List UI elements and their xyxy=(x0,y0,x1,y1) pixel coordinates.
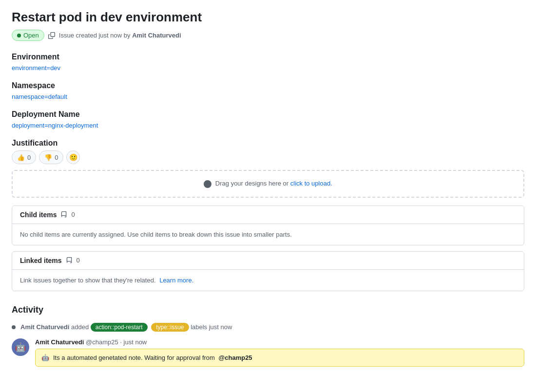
comment-meta: Amit Chaturvedi @champ25 · just now xyxy=(35,338,524,346)
child-items-body: No child items are currently assigned. U… xyxy=(12,224,524,245)
comment-block: 🤖 Amit Chaturvedi @champ25 · just now 🤖 … xyxy=(12,338,524,367)
status-label: Open xyxy=(23,32,39,39)
child-items-header: Child items 0 xyxy=(12,206,524,224)
thumbs-down-icon: 👎 xyxy=(44,154,52,161)
activity-item: Amit Chaturvedi added action::pod-restar… xyxy=(12,323,524,332)
namespace-section: Namespace namespace=default xyxy=(12,81,524,100)
label-action-badge: action::pod-restart xyxy=(91,323,148,332)
linked-items-body: Link issues together to show that they'r… xyxy=(12,270,524,291)
linked-items-label: Linked items xyxy=(20,257,62,264)
thumbs-down-button[interactable]: 👎 0 xyxy=(39,150,63,164)
namespace-label: Namespace xyxy=(12,81,524,90)
child-items-label: Child items xyxy=(20,211,57,219)
upload-link[interactable]: click to upload. xyxy=(290,180,332,187)
avatar-emoji: 🤖 xyxy=(15,342,26,353)
child-items-count: 0 xyxy=(71,211,75,218)
activity-text: Amit Chaturvedi added action::pod-restar… xyxy=(20,323,524,332)
activity-suffix: labels just now xyxy=(191,323,232,331)
comment-mention: @champ25 xyxy=(219,354,252,361)
activity-author: Amit Chaturvedi xyxy=(20,323,69,331)
thumbs-up-button[interactable]: 👍 0 xyxy=(12,150,36,164)
learn-more-link[interactable]: Learn more. xyxy=(159,277,193,284)
environment-value: environment=dev xyxy=(12,64,524,72)
label-type-badge: type::issue xyxy=(151,323,189,332)
deployment-section: Deployment Name deployment=nginx-deploym… xyxy=(12,110,524,129)
page-title: Restart pod in dev environment xyxy=(12,10,524,25)
activity-section: Activity Amit Chaturvedi added action::p… xyxy=(12,305,524,367)
comment-content: Amit Chaturvedi @champ25 · just now 🤖 It… xyxy=(35,338,524,367)
environment-label: Environment xyxy=(12,53,524,61)
environment-section: Environment environment=dev xyxy=(12,53,524,72)
avatar: 🤖 xyxy=(12,338,29,356)
comment-author: Amit Chaturvedi xyxy=(35,338,84,346)
thumbs-up-icon: 👍 xyxy=(17,154,25,161)
child-items-card: Child items 0 No child items are current… xyxy=(12,205,524,245)
smiley-icon: 🙂 xyxy=(69,153,77,161)
activity-action: added xyxy=(71,323,91,331)
issue-meta-text: Issue created just now by Amit Chaturved… xyxy=(59,32,181,39)
thumbs-up-count: 0 xyxy=(27,154,31,161)
linked-items-count: 0 xyxy=(77,257,80,264)
status-dot xyxy=(17,34,21,37)
bot-icon: 🤖 xyxy=(41,354,49,361)
status-badge: Open xyxy=(12,30,44,41)
add-emoji-button[interactable]: 🙂 xyxy=(66,150,80,164)
upload-zone[interactable]: Drag your designs here or click to uploa… xyxy=(12,170,524,198)
upload-icon xyxy=(204,180,211,188)
activity-title: Activity xyxy=(12,305,524,315)
upload-text: Drag your designs here or xyxy=(215,180,288,187)
comment-time: · just now xyxy=(120,338,147,346)
thumbs-down-count: 0 xyxy=(55,154,58,161)
issue-meta: Open Issue created just now by Amit Chat… xyxy=(12,30,524,41)
linked-items-header: Linked items 0 xyxy=(12,252,524,270)
namespace-value: namespace=default xyxy=(12,93,524,100)
reaction-bar: 👍 0 👎 0 🙂 xyxy=(12,150,524,164)
justification-section: Justification 👍 0 👎 0 🙂 xyxy=(12,139,524,164)
child-items-icon xyxy=(60,211,67,218)
comment-body: 🤖 Its a automated genetated note. Waitin… xyxy=(35,349,524,367)
justification-label: Justification xyxy=(12,139,524,148)
linked-items-icon xyxy=(66,257,73,264)
deployment-value: deployment=nginx-deployment xyxy=(12,122,524,129)
comment-text: Its a automated genetated note. Waiting … xyxy=(53,354,252,361)
copy-icon xyxy=(48,32,55,39)
linked-items-card: Linked items 0 Link issues together to s… xyxy=(12,251,524,291)
activity-dot xyxy=(12,325,16,329)
comment-handle: @champ25 xyxy=(86,338,118,346)
deployment-label: Deployment Name xyxy=(12,110,524,119)
